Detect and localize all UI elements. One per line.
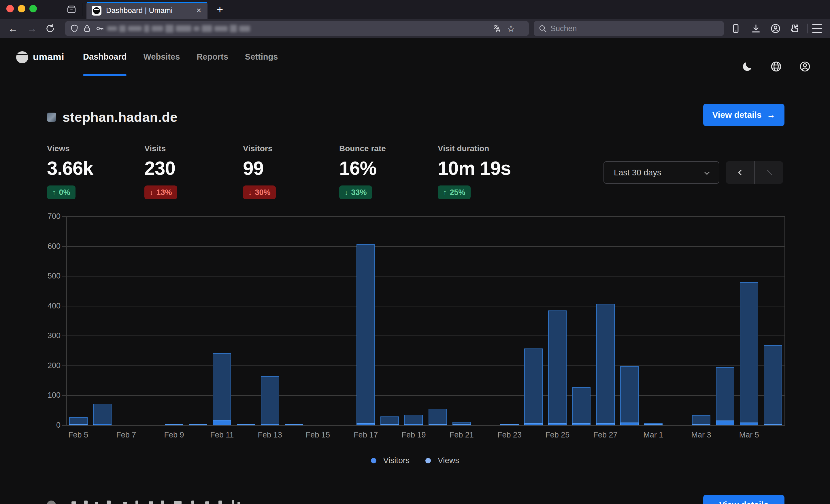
visitors-bar[interactable] <box>572 423 590 425</box>
views-bar[interactable] <box>213 353 231 425</box>
visitors-bar[interactable] <box>261 424 279 425</box>
metric-change-badge: ↑0% <box>47 186 75 199</box>
tracking-protection-shield-icon[interactable] <box>70 24 79 33</box>
saved-password-key-icon[interactable] <box>95 24 104 33</box>
views-bar[interactable] <box>764 345 782 425</box>
views-bar[interactable] <box>524 348 543 425</box>
visitors-bar[interactable] <box>428 424 447 425</box>
views-bar[interactable] <box>596 304 615 425</box>
theme-moon-icon[interactable] <box>741 61 753 73</box>
views-bar[interactable] <box>428 409 447 425</box>
back-button[interactable]: ← <box>6 22 20 35</box>
new-tab-button[interactable]: + <box>214 3 226 15</box>
translate-icon[interactable] <box>493 24 502 33</box>
nav-item-settings[interactable]: Settings <box>245 38 278 76</box>
legend-dot-views <box>425 458 431 463</box>
address-bar[interactable]: ☆ <box>65 21 529 36</box>
visitors-bar[interactable] <box>93 424 111 425</box>
nav-item-websites[interactable]: Websites <box>143 38 180 76</box>
browser-tab-dashboard[interactable]: Dashboard | Umami × <box>87 2 208 19</box>
second-view-details-button[interactable]: View details <box>703 495 785 504</box>
y-tick-label: 300 <box>40 331 61 340</box>
x-tick-label: Mar 3 <box>678 431 724 439</box>
visitors-bar[interactable] <box>716 421 734 425</box>
profile-icon[interactable] <box>799 61 811 73</box>
downloads-icon[interactable] <box>751 23 761 34</box>
previous-period-button[interactable] <box>726 161 754 184</box>
views-bar[interactable] <box>740 282 758 425</box>
y-tick-label: 700 <box>40 212 61 221</box>
visitors-bar[interactable] <box>69 424 88 425</box>
chevron-down-icon <box>703 169 711 177</box>
tab-title: Dashboard | Umami <box>106 2 172 19</box>
visitors-bar[interactable] <box>620 423 639 425</box>
visitors-bar[interactable] <box>644 424 663 425</box>
legend-dot-visitors <box>371 458 376 463</box>
visitors-bar[interactable] <box>189 424 207 425</box>
nav-item-dashboard[interactable]: Dashboard <box>83 38 127 76</box>
y-tick-label: 500 <box>40 272 61 280</box>
visitors-bar[interactable] <box>285 424 303 425</box>
connection-lock-icon[interactable] <box>83 24 92 33</box>
visitors-bar[interactable] <box>452 424 471 425</box>
window-minimize-button[interactable] <box>18 5 25 12</box>
x-tick-label: Mar 1 <box>630 431 676 439</box>
visitors-bar[interactable] <box>740 423 758 425</box>
nav-item-reports[interactable]: Reports <box>196 38 228 76</box>
views-bar[interactable] <box>93 404 111 425</box>
metric-visitors: Visitors 99 ↓30% <box>243 144 335 199</box>
metric-visit-duration: Visit duration 10m 19s ↑25% <box>438 144 530 199</box>
x-tick-label: Feb 15 <box>295 431 341 439</box>
x-tick-label: Feb 7 <box>103 431 149 439</box>
browser-titlebar: Dashboard | Umami × + <box>0 0 830 19</box>
traffic-bar-chart[interactable] <box>66 216 785 425</box>
menu-hamburger-icon[interactable] <box>812 24 822 33</box>
views-bar[interactable] <box>261 376 279 425</box>
visitors-bar[interactable] <box>596 423 615 425</box>
view-details-button[interactable]: View details → <box>703 104 785 126</box>
extensions-puzzle-icon[interactable] <box>790 23 801 34</box>
views-bar[interactable] <box>692 415 710 425</box>
views-bar[interactable] <box>716 367 734 425</box>
visitors-bar[interactable] <box>764 424 782 425</box>
visitors-bar[interactable] <box>404 424 423 425</box>
legend-item-visitors[interactable]: Visitors <box>371 456 410 465</box>
visitors-bar[interactable] <box>165 424 183 425</box>
views-bar[interactable] <box>572 387 590 425</box>
views-bar[interactable] <box>356 244 375 425</box>
metric-value: 3.66k <box>47 157 139 179</box>
x-tick-label: Feb 19 <box>390 431 437 439</box>
search-icon <box>538 24 547 33</box>
x-tick-label: Feb 9 <box>151 431 197 439</box>
x-tick-label: Feb 13 <box>247 431 293 439</box>
date-range-select[interactable]: Last 30 days <box>604 161 719 184</box>
reload-icon[interactable] <box>45 23 55 34</box>
metric-change-badge: ↓13% <box>145 186 177 199</box>
search-bar[interactable]: Suchen <box>534 21 724 36</box>
device-sync-icon[interactable] <box>730 23 741 34</box>
x-tick-label: Feb 27 <box>582 431 629 439</box>
next-period-button[interactable] <box>755 161 783 184</box>
visitors-bar[interactable] <box>524 423 543 425</box>
views-bar[interactable] <box>620 366 639 425</box>
date-pager <box>726 161 783 184</box>
visitors-bar[interactable] <box>548 423 567 425</box>
bookmark-star-icon[interactable]: ☆ <box>506 22 516 35</box>
second-website-favicon <box>47 501 56 504</box>
visitors-bar[interactable] <box>500 424 519 425</box>
visitors-bar[interactable] <box>213 420 231 425</box>
visitors-bar[interactable] <box>356 423 375 425</box>
window-close-button[interactable] <box>6 5 14 12</box>
tab-close-icon[interactable]: × <box>194 6 203 15</box>
visitors-bar[interactable] <box>692 424 710 425</box>
visitors-bar[interactable] <box>237 424 255 425</box>
visitors-bar[interactable] <box>380 424 399 425</box>
language-globe-icon[interactable] <box>770 61 782 73</box>
legend-item-views[interactable]: Views <box>425 456 459 465</box>
account-icon[interactable] <box>770 23 781 34</box>
app-nav: Dashboard Websites Reports Settings <box>83 38 278 76</box>
views-bar[interactable] <box>548 310 567 425</box>
window-zoom-button[interactable] <box>29 5 37 12</box>
metric-change-badge: ↓30% <box>243 186 276 199</box>
tabs-overview-icon[interactable] <box>66 4 77 15</box>
